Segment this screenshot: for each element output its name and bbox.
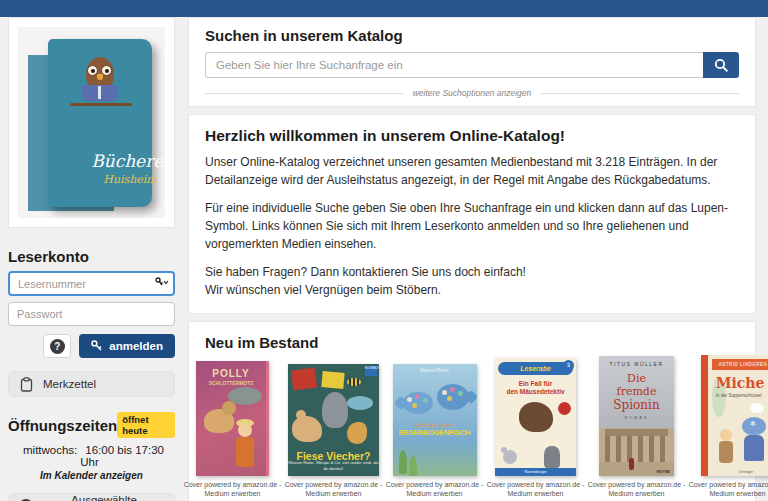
sidebar-item-medienlisten[interactable]: Ausgewählte Medienlisten <box>8 493 175 501</box>
search-input[interactable] <box>205 52 703 78</box>
owl-reading-book-illustration: Bücherei Huisheim <box>18 27 165 218</box>
more-search-options-link[interactable]: weitere Suchoptionen anzeigen <box>413 88 532 98</box>
search-panel: Suchen in unserem Katalog weitere Suchop… <box>188 17 756 107</box>
carousel-item: TITUS MÜLLER Die fremde Spionin ROMAN HE… <box>587 355 686 499</box>
merkzettel-label: Merkzettel <box>43 378 96 390</box>
leserkonto-heading: Leserkonto <box>8 248 175 265</box>
clipboard-icon <box>18 376 34 392</box>
welcome-heading: Herzlich willkommen in unserem Online-Ka… <box>205 127 739 145</box>
carousel-item: Leserabe 3 Ein Fall für den Mäusedetekti… <box>486 355 585 499</box>
sidebar: Bücherei Huisheim Leserkonto ? anmelden … <box>8 17 175 501</box>
main-content: Suchen in unserem Katalog weitere Suchop… <box>188 17 756 501</box>
book-cover-polly-schlottermotz[interactable]: POLLY SCHLOTTERMOTZ <box>196 361 269 476</box>
carousel-item: POLLY SCHLOTTERMOTZ Cover powered by ama… <box>183 355 282 499</box>
welcome-paragraph: Sie haben Fragen? Dann kontaktieren Sie … <box>205 263 739 299</box>
library-name: Bücherei <box>78 151 165 171</box>
new-media-panel: Neu im Bestand POLLY SCHLOTTERMOTZ Cover… <box>188 321 756 501</box>
login-help-button[interactable]: ? <box>43 334 71 358</box>
opening-hours: mittwochs:16:00 bis 17:30 Uhr <box>8 444 175 468</box>
media-carousel: POLLY SCHLOTTERMOTZ Cover powered by ama… <box>183 355 768 499</box>
open-today-badge: öffnet heute <box>117 412 175 438</box>
oeffnungszeiten-heading: Öffnungszeiten <box>8 417 117 434</box>
carousel-item: ASTRID LINDGREN Miche in der Suppenschüs… <box>688 355 768 499</box>
book-cover-die-fremde-spionin[interactable]: TITUS MÜLLER Die fremde Spionin ROMAN HE… <box>599 356 674 476</box>
welcome-paragraph: Unser Online-Katalog verzeichnet unseren… <box>205 153 739 189</box>
search-heading: Suchen in unserem Katalog <box>205 27 739 44</box>
passwort-input[interactable] <box>8 302 175 326</box>
key-autofill-icon[interactable] <box>155 277 169 290</box>
sidebar-item-label: Ausgewählte Medienlisten <box>43 494 165 501</box>
library-location: Huisheim <box>78 173 165 186</box>
anmelden-label: anmelden <box>109 340 163 352</box>
anmelden-button[interactable]: anmelden <box>79 334 175 358</box>
neu-im-bestand-heading: Neu im Bestand <box>205 334 739 351</box>
cover-caption[interactable]: Cover powered by amazon.de -Medium erwer… <box>184 480 282 499</box>
welcome-paragraph: Für eine individuelle Suche geben Sie ob… <box>205 199 739 253</box>
lesernummer-input[interactable] <box>8 271 175 296</box>
welcome-panel: Herzlich willkommen in unserem Online-Ka… <box>188 114 756 314</box>
cover-caption[interactable]: Cover powered by amazon.de -Medium erwer… <box>386 480 484 499</box>
search-button[interactable] <box>703 52 739 78</box>
top-navigation-bar <box>0 0 768 17</box>
book-cover-fiese-viecher[interactable]: KOSMOS Fiese Viecher? Warum Ratte, Wespe… <box>288 364 379 476</box>
cover-caption[interactable]: Cover powered by amazon.de -Medium erwer… <box>588 480 686 499</box>
owl-icon <box>82 57 118 103</box>
cover-caption[interactable]: Cover powered by amazon.de -Medium erwer… <box>285 480 383 499</box>
calendar-link[interactable]: Im Kalender anzeigen <box>8 470 175 481</box>
library-logo-image[interactable]: Bücherei Huisheim <box>8 17 175 228</box>
book-cover-michel[interactable]: ASTRID LINDGREN Miche in der Suppenschüs… <box>701 355 768 476</box>
book-cover-regenbogenfisch[interactable]: Marcus Pfister Schlaf gut, kleiner REGEN… <box>393 364 477 476</box>
key-icon <box>91 340 103 352</box>
carousel-item: Marcus Pfister Schlaf gut, kleiner REGEN… <box>385 355 484 499</box>
book-cover-maeusedetektiv[interactable]: Leserabe 3 Ein Fall für den Mäusedetekti… <box>495 358 576 476</box>
cover-caption[interactable]: Cover powered by amazon.de -Medium erwer… <box>689 480 768 499</box>
search-icon <box>714 58 729 73</box>
question-mark-icon: ? <box>50 339 65 354</box>
carousel-item: KOSMOS Fiese Viecher? Warum Ratte, Wespe… <box>284 355 383 499</box>
merkzettel-button[interactable]: Merkzettel <box>8 371 175 397</box>
cover-caption[interactable]: Cover powered by amazon.de -Medium erwer… <box>487 480 585 499</box>
